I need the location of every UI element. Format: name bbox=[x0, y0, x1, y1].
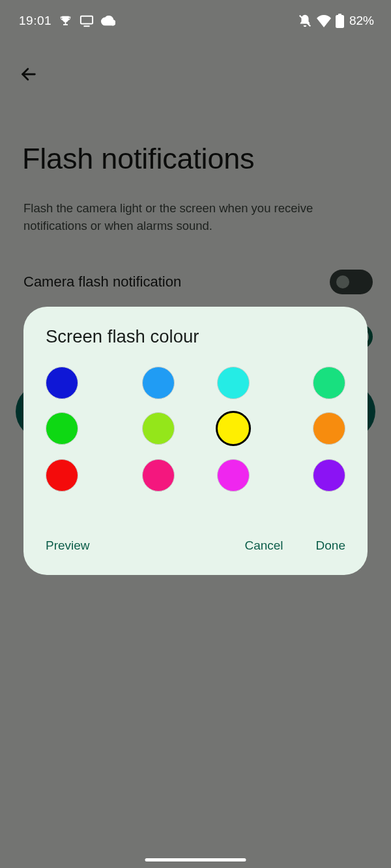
color-swatch-green[interactable] bbox=[46, 412, 78, 445]
color-swatch-azure[interactable] bbox=[142, 367, 175, 399]
svg-rect-5 bbox=[338, 14, 341, 16]
color-grid bbox=[23, 361, 368, 492]
color-swatch-magenta[interactable] bbox=[217, 459, 250, 492]
color-swatch-orange[interactable] bbox=[313, 412, 345, 445]
color-swatch-yellow[interactable] bbox=[216, 411, 251, 446]
color-swatch-rose[interactable] bbox=[142, 459, 175, 492]
status-bar: 19:01 82% bbox=[0, 0, 391, 42]
color-swatch-spring-green[interactable] bbox=[313, 367, 345, 399]
svg-rect-0 bbox=[81, 16, 93, 24]
trophy-icon bbox=[59, 14, 72, 28]
battery-percent: 82% bbox=[349, 14, 374, 28]
color-picker-dialog: Screen flash colour Preview Cancel Done bbox=[23, 307, 368, 575]
preview-button[interactable]: Preview bbox=[39, 535, 96, 557]
color-swatch-lime[interactable] bbox=[142, 412, 175, 445]
status-clock: 19:01 bbox=[19, 14, 51, 28]
color-swatch-red[interactable] bbox=[46, 459, 78, 492]
svg-rect-4 bbox=[336, 15, 344, 28]
battery-icon bbox=[336, 14, 344, 28]
cast-icon bbox=[80, 14, 94, 27]
color-swatch-cyan[interactable] bbox=[217, 367, 250, 399]
color-swatch-blue[interactable] bbox=[46, 367, 78, 399]
done-button[interactable]: Done bbox=[310, 535, 352, 557]
cloud-icon bbox=[101, 16, 115, 26]
cancel-button[interactable]: Cancel bbox=[238, 535, 289, 557]
dialog-title: Screen flash colour bbox=[23, 326, 368, 361]
dnd-off-icon bbox=[298, 14, 312, 28]
gesture-nav-bar[interactable] bbox=[145, 858, 246, 861]
wifi-icon bbox=[316, 14, 332, 27]
color-swatch-violet[interactable] bbox=[313, 459, 345, 492]
